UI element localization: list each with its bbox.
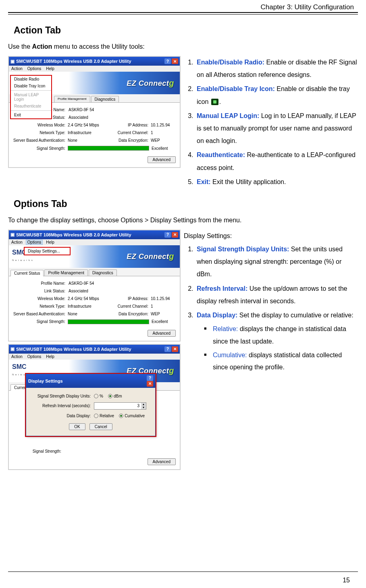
label-refresh-interval: Refresh Interval (seconds): bbox=[30, 404, 94, 408]
menu-options[interactable]: Options bbox=[26, 240, 43, 245]
list-item: Enable/Disable Tray Icon: Enable or disa… bbox=[195, 83, 358, 108]
action-dropdown: Disable Radio Disable Tray Icon Manual L… bbox=[10, 75, 52, 119]
value-link-status: Associated bbox=[68, 115, 176, 120]
tab-strip: Current Status Profile Management Diagno… bbox=[9, 268, 180, 276]
label-channel: Current Channel: bbox=[112, 130, 151, 135]
label-encryption: Data Encryption: bbox=[112, 138, 151, 143]
label-auth: Server Based Authentication: bbox=[13, 138, 68, 143]
footer-divider bbox=[8, 571, 358, 572]
menubar: Action Options Help Disable Radio Disabl… bbox=[9, 66, 180, 72]
close-button[interactable]: ✕ bbox=[172, 232, 178, 238]
tab-profile-mgmt[interactable]: Profile Management bbox=[54, 96, 90, 102]
value-wireless-mode: 2.4 GHz 54 Mbps bbox=[68, 123, 112, 127]
value-channel: 1 bbox=[151, 130, 153, 135]
value-profile-name: ASKRD-9F 54 bbox=[68, 108, 176, 112]
display-settings-lead: Display Settings: bbox=[184, 230, 358, 242]
advanced-button[interactable]: Advanced bbox=[148, 458, 176, 465]
ok-button[interactable]: OK bbox=[69, 423, 85, 430]
app-icon: ▣ bbox=[10, 232, 15, 237]
tab-diagnostics[interactable]: Diagnostics bbox=[89, 269, 117, 276]
list-item: Enable/Disable Radio: Enable or disable … bbox=[195, 56, 358, 81]
dialog-title: Display Settings bbox=[28, 379, 63, 383]
refresh-interval-spinner[interactable]: ▲▼ bbox=[94, 402, 146, 410]
label-ssd-units: Signal Strength Display Units: bbox=[30, 394, 94, 398]
options-tab-intro: To change the display settings, choose O… bbox=[8, 217, 358, 224]
menu-item-exit[interactable]: Exit bbox=[11, 112, 51, 118]
tab-current-status[interactable]: Current Status bbox=[10, 270, 44, 276]
label-wireless-mode: Wireless Mode: bbox=[13, 123, 68, 127]
spinner-up-icon[interactable]: ▲ bbox=[141, 403, 146, 406]
dialog-close-button[interactable]: ✕ bbox=[147, 381, 153, 387]
menu-item-display-settings[interactable]: Display Settings... bbox=[25, 248, 70, 255]
options-dropdown: Display Settings... bbox=[24, 247, 70, 255]
titlebar: ▣SMCWUSBT 108Mbps Wireless USB 2.0 Adapt… bbox=[9, 345, 180, 354]
list-item: Cumulative: displays statistical data co… bbox=[204, 349, 358, 374]
label-network-type: Network Type: bbox=[13, 130, 68, 135]
titlebar: ▣ SMCWUSBT 108Mbps Wireless USB 2.0 Adap… bbox=[9, 57, 180, 66]
list-item: Refresh Interval: Use the up/down arrows… bbox=[195, 282, 358, 307]
utility-window-action: ▣ SMCWUSBT 108Mbps Wireless USB 2.0 Adap… bbox=[8, 56, 181, 168]
menu-item-disable-radio[interactable]: Disable Radio bbox=[11, 76, 51, 83]
list-item: Relative: displays the change in statist… bbox=[204, 323, 358, 348]
help-button[interactable]: ? bbox=[164, 346, 171, 352]
radio-relative[interactable]: Relative bbox=[94, 414, 114, 418]
chapter-header: Chapter 3: Utility Configuration bbox=[8, 0, 358, 12]
tab-profile-mgmt[interactable]: Profile Management bbox=[44, 269, 88, 276]
value-auth: None bbox=[68, 138, 112, 143]
action-tab-intro: Use the Action menu to access the Utilit… bbox=[8, 43, 358, 50]
radio-dbm[interactable]: dBm bbox=[108, 394, 122, 398]
ez-connect-logo: EZ Connectg bbox=[127, 252, 174, 261]
cancel-button[interactable]: Cancel bbox=[89, 423, 112, 430]
label-ip: IP Address: bbox=[112, 123, 151, 127]
menu-help[interactable]: Help bbox=[46, 66, 54, 71]
utility-window-display-settings: ▣SMCWUSBT 108Mbps Wireless USB 2.0 Adapt… bbox=[8, 344, 181, 470]
label-data-display: Data Display: bbox=[30, 414, 94, 418]
help-button[interactable]: ? bbox=[164, 58, 171, 64]
menu-action[interactable]: Action bbox=[11, 240, 23, 244]
current-status-pane: Profile Name:ASKRD-9F 54 Link Status:Ass… bbox=[9, 276, 180, 327]
list-item: Data Display: Set the display to cumulat… bbox=[195, 309, 358, 374]
list-item: Reauthenticate: Re-authenticate to a LEA… bbox=[195, 149, 358, 174]
dialog-help-button[interactable]: ? bbox=[147, 375, 153, 381]
radio-percent[interactable]: % bbox=[94, 394, 103, 398]
menu-item-reauth[interactable]: Reauthenticate bbox=[11, 103, 51, 110]
value-network-type: Infrastructure bbox=[68, 130, 112, 135]
section-options-tab-heading: Options Tab bbox=[14, 199, 358, 209]
page-number: 15 bbox=[343, 577, 350, 584]
menu-item-manual-leap[interactable]: Manual LEAP Login bbox=[11, 91, 51, 103]
spinner-down-icon[interactable]: ▼ bbox=[141, 406, 146, 409]
value-signal: Excellent bbox=[152, 146, 168, 151]
menubar: Action Options Help bbox=[9, 354, 180, 360]
display-settings-dialog: Display Settings ? ✕ Signal Strength Dis… bbox=[26, 374, 156, 436]
advanced-button[interactable]: Advanced bbox=[148, 330, 176, 337]
ez-connect-logo: EZ Connectg bbox=[127, 79, 174, 88]
window-title: SMCWUSBT 108Mbps Wireless USB 2.0 Adapte… bbox=[16, 59, 131, 64]
header-divider bbox=[8, 12, 358, 14]
action-feature-list: Enable/Disable Radio: Enable or disable … bbox=[184, 56, 358, 188]
app-icon: ▣ bbox=[10, 59, 15, 64]
app-icon: ▣ bbox=[10, 346, 15, 352]
refresh-interval-input[interactable] bbox=[94, 403, 141, 409]
dialog-titlebar: Display Settings ? ✕ bbox=[26, 374, 155, 388]
list-item: Exit: Exit the Utility application. bbox=[195, 176, 358, 188]
titlebar: ▣SMCWUSBT 108Mbps Wireless USB 2.0 Adapt… bbox=[9, 230, 180, 239]
menu-action[interactable]: Action bbox=[11, 66, 23, 71]
utility-window-options-menu: ▣SMCWUSBT 108Mbps Wireless USB 2.0 Adapt… bbox=[8, 230, 181, 342]
options-feature-list: Signal Strength Display Units: Set the u… bbox=[184, 243, 358, 374]
menu-options[interactable]: Options bbox=[27, 66, 41, 71]
signal-bar bbox=[68, 146, 149, 151]
tab-diagnostics[interactable]: Diagnostics bbox=[91, 96, 119, 102]
chapter-title: Chapter 3: Utility Configuration bbox=[260, 3, 354, 11]
menu-help[interactable]: Help bbox=[46, 240, 54, 244]
radio-cumulative[interactable]: Cumulative bbox=[119, 414, 145, 418]
value-encryption: WEP bbox=[151, 138, 160, 143]
help-button[interactable]: ? bbox=[164, 232, 171, 238]
menu-item-disable-tray[interactable]: Disable Tray Icon bbox=[11, 83, 51, 89]
section-action-tab-heading: Action Tab bbox=[14, 25, 358, 36]
close-button[interactable]: ✕ bbox=[172, 58, 178, 64]
tray-icon bbox=[211, 99, 218, 105]
close-button[interactable]: ✕ bbox=[172, 346, 178, 352]
advanced-button[interactable]: Advanced bbox=[148, 156, 176, 163]
menubar: Action Options Help Display Settings... bbox=[9, 239, 180, 245]
list-item: Signal Strength Display Units: Set the u… bbox=[195, 243, 358, 281]
